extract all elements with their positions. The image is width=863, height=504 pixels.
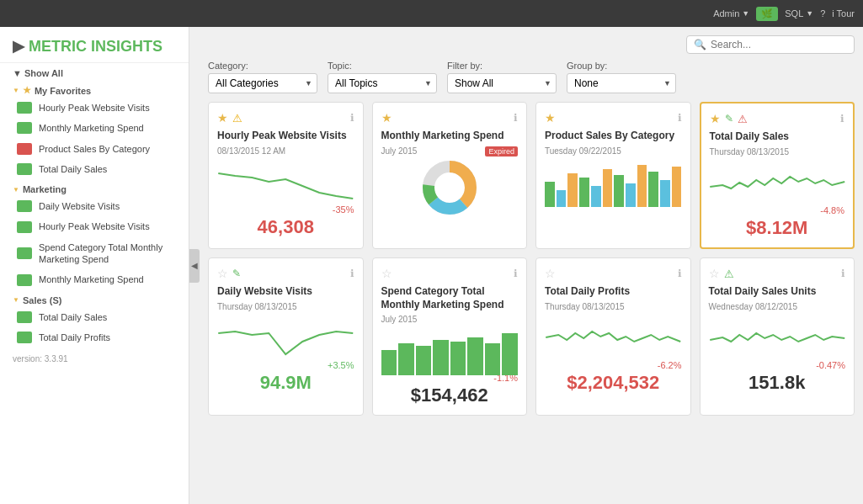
admin-menu[interactable]: Admin ▼ (713, 8, 749, 19)
content-header: 🔍 (208, 35, 855, 54)
card-chart (710, 162, 845, 204)
card-chart (381, 158, 519, 217)
card-value: $2,204,532 (545, 372, 682, 394)
info-icon[interactable]: ℹ (514, 268, 518, 279)
info-icon[interactable]: ℹ (841, 268, 845, 279)
alert-icon: ⚠ (738, 113, 748, 125)
filters-bar: Category: All Categories Topic: All Topi… (208, 61, 855, 93)
svg-point-4 (438, 176, 461, 199)
sidebar-item-icon (17, 332, 32, 343)
sidebar-item-hourly-peak[interactable]: Hourly Peak Website Visits (0, 98, 189, 118)
star-icon: ★ (217, 111, 228, 125)
info-icon[interactable]: ℹ (350, 268, 354, 279)
card-hourly-peak[interactable]: ★ ⚠ ℹ Hourly Peak Website Visits 08/13/2… (208, 102, 364, 249)
sidebar-collapse[interactable]: ◀ (189, 249, 200, 283)
sidebar-item-icon (17, 122, 32, 134)
card-total-daily-sales-units[interactable]: ☆ ⚠ ℹ Total Daily Sales Units Wednesday … (700, 257, 855, 416)
card-change: -35% (217, 204, 354, 215)
sidebar-item-icon (17, 143, 32, 155)
groupby-label: Group by: (567, 61, 676, 71)
star-icon: ★ (545, 111, 556, 125)
groupby-select[interactable]: None (567, 73, 676, 93)
warning-icon: ⚠ (232, 112, 242, 125)
marketing-section[interactable]: ▼ Marketing (0, 179, 189, 196)
search-input[interactable] (711, 39, 837, 50)
app-logo: ▶ METRIC INSIGHTS (0, 27, 189, 63)
sidebar-item-monthly-marketing-2[interactable]: Monthly Marketing Spend (0, 269, 189, 289)
card-chart (217, 161, 354, 203)
sidebar-item-icon (17, 200, 32, 212)
sidebar-item-monthly-marketing[interactable]: Monthly Marketing Spend (0, 118, 189, 138)
card-date: Thursday 08/13/2015 (545, 302, 682, 311)
search-icon: 🔍 (694, 39, 706, 50)
card-date: Thursday 08/13/2015 (710, 147, 845, 157)
card-spend-category[interactable]: ☆ ℹ Spend Category Total Monthly Marketi… (372, 257, 528, 416)
card-title: Total Daily Profits (545, 285, 682, 299)
card-change: -6.2% (545, 360, 682, 370)
star-icon: ★ (710, 112, 721, 125)
top-nav: Admin ▼ 🌿 SQL ▼ ? i Tour (0, 0, 863, 27)
card-total-daily-profits[interactable]: ☆ ℹ Total Daily Profits Thursday 08/13/2… (535, 257, 691, 416)
card-total-daily-sales[interactable]: ★ ✎ ⚠ ℹ Total Daily Sales Thursday 08/13… (700, 102, 855, 249)
search-box[interactable]: 🔍 (686, 35, 855, 54)
sidebar-item-spend-category[interactable]: Spend Category Total Monthly Marketing S… (0, 237, 189, 270)
info-icon[interactable]: ℹ (350, 112, 354, 124)
sidebar-item-icon (17, 163, 32, 175)
card-monthly-marketing[interactable]: ★ ℹ Monthly Marketing Spend July 2015 Ex… (372, 102, 528, 249)
help-button[interactable]: ? (820, 8, 825, 19)
card-title: Spend Category Total Monthly Marketing S… (381, 285, 519, 311)
sidebar-item-icon (17, 311, 32, 323)
filterby-select[interactable]: Show All (447, 73, 557, 93)
star-icon: ☆ (709, 267, 720, 280)
card-date: 08/13/2015 12 AM (217, 146, 354, 156)
topic-select[interactable]: All Topics (328, 73, 437, 93)
sidebar-item-daily-website[interactable]: Daily Website Visits (0, 196, 189, 216)
tour-button[interactable]: i Tour (832, 8, 855, 19)
filterby-filter: Filter by: Show All (447, 61, 557, 93)
my-favorites-section[interactable]: ▼ ★ My Favorites (0, 80, 189, 98)
card-title: Product Sales By Category (545, 130, 682, 143)
card-chart (545, 316, 682, 358)
card-date: July 2015 (381, 315, 519, 324)
content-area: 🔍 Category: All Categories Topic: All To… (200, 27, 863, 504)
logo-icon: 🌿 (756, 7, 778, 21)
sales-section[interactable]: ▼ Sales (S) (0, 290, 189, 307)
sidebar-item-total-daily-sales[interactable]: Total Daily Sales (0, 159, 189, 179)
sql-menu[interactable]: SQL ▼ (785, 8, 813, 19)
card-title: Daily Website Visits (217, 285, 354, 299)
card-chart (381, 329, 519, 371)
card-change: -4.8% (710, 205, 845, 215)
category-select[interactable]: All Categories (208, 73, 317, 93)
info-icon[interactable]: ℹ (678, 112, 682, 124)
info-icon[interactable]: ℹ (514, 112, 518, 124)
main-layout: ▶ METRIC INSIGHTS ▼ Show All ▼ ★ My Favo… (0, 27, 863, 504)
alert-green-icon: ⚠ (724, 268, 734, 280)
card-value: $154,462 (381, 385, 519, 406)
star-icon: ☆ (545, 267, 556, 280)
sidebar-item-product-sales[interactable]: Product Sales By Category (0, 139, 189, 159)
show-all-section[interactable]: ▼ Show All (0, 63, 189, 80)
sidebar-item-icon (17, 247, 32, 259)
card-daily-website[interactable]: ☆ ✎ ℹ Daily Website Visits Thursday 08/1… (208, 257, 364, 416)
edit-icon: ✎ (232, 268, 241, 279)
card-title: Total Daily Sales Units (709, 285, 846, 299)
card-product-sales[interactable]: ★ ℹ Product Sales By Category Tuesday 09… (535, 102, 691, 249)
star-icon: ☆ (217, 267, 228, 280)
cards-grid: ★ ⚠ ℹ Hourly Peak Website Visits 08/13/2… (208, 102, 855, 416)
version-label: version: 3.3.91 (0, 347, 189, 370)
sidebar-item-total-daily-sales-2[interactable]: Total Daily Sales (0, 307, 189, 327)
sidebar-item-icon (17, 221, 32, 233)
card-chart (709, 316, 846, 358)
card-date: July 2015 Expired (381, 146, 519, 157)
sidebar-item-hourly-peak-2[interactable]: Hourly Peak Website Visits (0, 216, 189, 236)
expired-badge: Expired (485, 146, 518, 157)
card-value: 46,308 (217, 216, 354, 238)
info-icon[interactable]: ℹ (840, 113, 844, 125)
sidebar-item-total-daily-profits[interactable]: Total Daily Profits (0, 327, 189, 347)
card-value: 94.9M (217, 372, 354, 394)
card-value: 151.8k (709, 372, 846, 394)
card-chart (217, 316, 354, 358)
info-icon[interactable]: ℹ (678, 268, 682, 279)
topic-label: Topic: (328, 61, 437, 71)
card-value: $8.12M (710, 217, 845, 239)
